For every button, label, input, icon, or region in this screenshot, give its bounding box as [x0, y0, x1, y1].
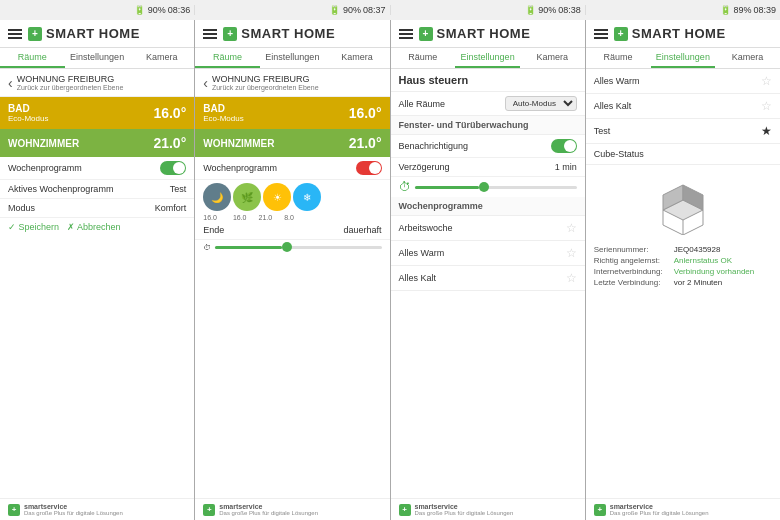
mode-select-3[interactable]: Auto-Modus: [505, 96, 577, 111]
list-allwarm-4[interactable]: Alles Warm ☆: [586, 69, 780, 94]
toggle-wochenprogramm-1[interactable]: [160, 161, 186, 175]
footer-1: + smartservice Das große Plus für digita…: [0, 498, 194, 520]
room-wohnzimmer-2[interactable]: WOHNZIMMER 21.0°: [195, 129, 389, 157]
screen-1: + SMART HOME Räume Einstellungen Kamera …: [0, 20, 195, 520]
hamburger-menu-3[interactable]: [399, 29, 413, 39]
setting-wochenprogramm-1: Wochenprogramm: [0, 157, 194, 180]
status-bar: 🔋 90% 08:36 🔋 90% 08:37 🔋 90% 08:38 🔋 89…: [0, 0, 780, 20]
back-arrow-1[interactable]: ‹: [8, 75, 13, 91]
logo-4: + SMART HOME: [614, 26, 726, 41]
section-title-3: Haus steuern: [391, 69, 585, 92]
screen-2-header: + SMART HOME: [195, 20, 389, 48]
hamburger-menu-4[interactable]: [594, 29, 608, 39]
prog-comfort[interactable]: ☀: [263, 183, 291, 211]
setting-aktives-1: Aktives Wochenprogramm Test: [0, 180, 194, 199]
setting-delay-3: Verzögerung 1 min: [391, 158, 585, 177]
cube-icon-4: [653, 175, 713, 235]
prog-eco[interactable]: 🌿: [233, 183, 261, 211]
nav-tabs-3: Räume Einstellungen Kamera: [391, 48, 585, 69]
breadcrumb-sub-2: Zurück zur übergeordneten Ebene: [212, 84, 319, 91]
slider-row-2: ⏱: [195, 240, 389, 255]
screens-container: + SMART HOME Räume Einstellungen Kamera …: [0, 20, 780, 520]
tab-einstellungen-4[interactable]: Einstellungen: [651, 48, 716, 68]
star-allkalt-3[interactable]: ☆: [566, 271, 577, 285]
screen-1-header: + SMART HOME: [0, 20, 194, 48]
setting-notification-3: Benachrichtigung: [391, 135, 585, 158]
cube-box-4: [586, 165, 780, 245]
logo-icon-4: +: [614, 27, 628, 41]
header-title-1: SMART HOME: [46, 26, 140, 41]
star-allkalt-4[interactable]: ☆: [761, 99, 772, 113]
list-test-4[interactable]: Test ★: [586, 119, 780, 144]
breadcrumb-sub-1: Zurück zur übergeordneten Ebene: [17, 84, 124, 91]
program-icons-2: 🌙 🌿 ☀ ❄: [195, 180, 389, 214]
tab-raume-3[interactable]: Räume: [391, 48, 456, 68]
hamburger-menu-2[interactable]: [203, 29, 217, 39]
setting-wochenprogramm-2: Wochenprogramm: [195, 157, 389, 180]
tab-kamera-4[interactable]: Kamera: [715, 48, 780, 68]
toggle-notification-3[interactable]: [551, 139, 577, 153]
header-title-3: SMART HOME: [437, 26, 531, 41]
tab-kamera-3[interactable]: Kamera: [520, 48, 585, 68]
list-cube-status-4[interactable]: Cube-Status: [586, 144, 780, 165]
room-bad-1[interactable]: BAD Eco-Modus 16.0°: [0, 97, 194, 129]
nav-tabs-1: Räume Einstellungen Kamera: [0, 48, 194, 69]
prog-temps: 16.0 16.0 21.0 8.0: [195, 214, 389, 221]
status-s3: 🔋 90% 08:38: [391, 5, 586, 15]
star-test-4[interactable]: ★: [761, 124, 772, 138]
nav-tabs-2: Räume Einstellungen Kamera: [195, 48, 389, 69]
tab-raume-4[interactable]: Räume: [586, 48, 651, 68]
tab-kamera-1[interactable]: Kamera: [130, 48, 195, 68]
tab-raume-1[interactable]: Räume: [0, 48, 65, 68]
breadcrumb-location-2: WOHNUNG FREIBURG: [212, 74, 319, 84]
logo-icon-1: +: [28, 27, 42, 41]
list-allkalt-4[interactable]: Alles Kalt ☆: [586, 94, 780, 119]
logo-2: + SMART HOME: [223, 26, 335, 41]
setting-modus-1: Modus Komfort: [0, 199, 194, 218]
toggle-wochenprogramm-2[interactable]: [356, 161, 382, 175]
logo-icon-2: +: [223, 27, 237, 41]
status-s1: 🔋 90% 08:36: [0, 5, 195, 15]
prog-frost[interactable]: ❄: [293, 183, 321, 211]
list-allwarm-3[interactable]: Alles Warm ☆: [391, 241, 585, 266]
room-bad-2[interactable]: BAD Eco-Modus 16.0°: [195, 97, 389, 129]
breadcrumb-2: ‹ WOHNUNG FREIBURG Zurück zur übergeordn…: [195, 69, 389, 97]
star-arbeitswoche-3[interactable]: ☆: [566, 221, 577, 235]
slider-delay-3: ⏱: [391, 177, 585, 197]
breadcrumb-location-1: WOHNUNG FREIBURG: [17, 74, 124, 84]
tab-kamera-2[interactable]: Kamera: [325, 48, 390, 68]
delay-slider[interactable]: [415, 186, 577, 189]
logo-1: + SMART HOME: [28, 26, 140, 41]
screen-3: + SMART HOME Räume Einstellungen Kamera …: [391, 20, 586, 520]
tab-einstellungen-1[interactable]: Einstellungen: [65, 48, 130, 68]
header-title-2: SMART HOME: [241, 26, 335, 41]
cancel-button-1[interactable]: ✗ Abbrechen: [67, 222, 121, 232]
hamburger-menu-1[interactable]: [8, 29, 22, 39]
device-info-4: Seriennummer: JEQ0435928 Richtig angeler…: [586, 245, 780, 293]
list-arbeitswoche-3[interactable]: Arbeitswoche ☆: [391, 216, 585, 241]
prog-night[interactable]: 🌙: [203, 183, 231, 211]
subsection-fenster-3: Fenster- und Türüberwachung: [391, 116, 585, 135]
star-allwarm-3[interactable]: ☆: [566, 246, 577, 260]
footer-3: + smartservice Das große Plus für digita…: [391, 498, 585, 520]
svg-line-7: [683, 225, 703, 235]
logo-3: + SMART HOME: [419, 26, 531, 41]
svg-line-6: [663, 225, 683, 235]
tab-einstellungen-3[interactable]: Einstellungen: [455, 48, 520, 68]
list-allkalt-3[interactable]: Alles Kalt ☆: [391, 266, 585, 291]
save-button-1[interactable]: ✓ Speichern: [8, 222, 59, 232]
back-arrow-2[interactable]: ‹: [203, 75, 208, 91]
room-wohnzimmer-1[interactable]: WOHNZIMMER 21.0°: [0, 129, 194, 157]
status-s4: 🔋 89% 08:39: [586, 5, 780, 15]
tab-einstellungen-2[interactable]: Einstellungen: [260, 48, 325, 68]
tab-raume-2[interactable]: Räume: [195, 48, 260, 68]
logo-icon-3: +: [419, 27, 433, 41]
star-allwarm-4[interactable]: ☆: [761, 74, 772, 88]
footer-4: + smartservice Das große Plus für digita…: [586, 498, 780, 520]
screen-4-header: + SMART HOME: [586, 20, 780, 48]
time-slider-2[interactable]: [215, 246, 381, 249]
subsection-wochenprogramm-3: Wochenprogramme: [391, 197, 585, 216]
screen-4: + SMART HOME Räume Einstellungen Kamera …: [586, 20, 780, 520]
breadcrumb-1: ‹ WOHNUNG FREIBURG Zurück zur übergeordn…: [0, 69, 194, 97]
room-select-row: Alle Räume Auto-Modus: [391, 92, 585, 116]
